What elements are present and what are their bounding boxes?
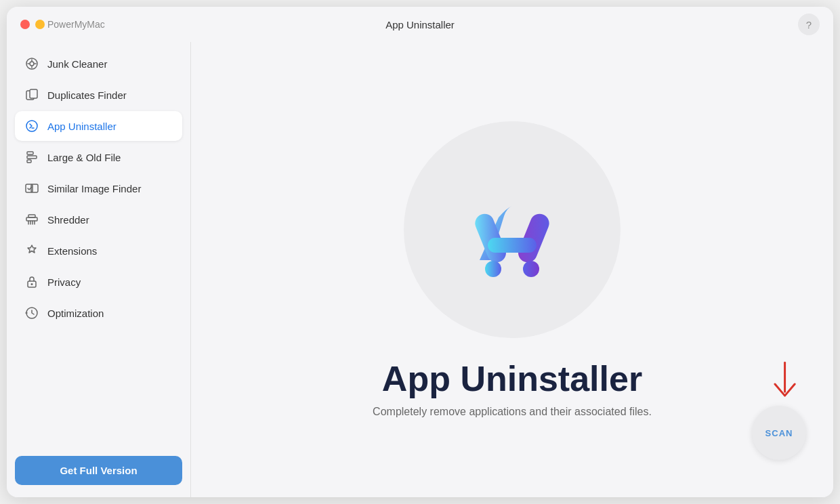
sidebar-item-app-uninstaller[interactable]: App Uninstaller [15, 111, 182, 141]
sidebar-item-similar-image-finder[interactable]: Similar Image Finder [15, 173, 182, 203]
sidebar-item-privacy[interactable]: Privacy [15, 267, 182, 297]
sidebar-item-optimization[interactable]: Optimization [15, 298, 182, 328]
content-title: App Uninstaller [382, 358, 642, 399]
svg-point-12 [31, 283, 33, 285]
privacy-icon [24, 274, 39, 289]
app-icon-circle [404, 121, 621, 338]
sidebar-item-shredder[interactable]: Shredder [15, 205, 182, 234]
svg-rect-4 [27, 152, 33, 154]
svg-point-18 [485, 261, 501, 277]
shredder-label: Shredder [47, 214, 89, 226]
content-subtitle: Completely remove applications and their… [373, 406, 652, 418]
sidebar-item-duplicates-finder[interactable]: Duplicates Finder [15, 80, 182, 110]
duplicates-finder-label: Duplicates Finder [47, 89, 127, 101]
extensions-icon [24, 243, 39, 258]
app-window: PowerMyMac App Uninstaller ? Junk Cleane… [7, 7, 833, 497]
app-uninstaller-icon-large [444, 162, 580, 297]
optimization-icon [24, 306, 39, 320]
shredder-icon [24, 212, 39, 227]
optimization-label: Optimization [47, 308, 104, 319]
arrow-container [762, 360, 796, 400]
sidebar-item-large-old-file[interactable]: Large & Old File [15, 142, 182, 172]
large-old-file-label: Large & Old File [47, 152, 121, 163]
svg-rect-2 [30, 89, 37, 98]
title-bar: PowerMyMac App Uninstaller ? [7, 7, 833, 42]
junk-cleaner-icon [24, 56, 39, 71]
duplicates-finder-icon [24, 87, 39, 102]
minimize-button[interactable] [35, 20, 45, 29]
app-uninstaller-label: App Uninstaller [47, 121, 117, 132]
similar-image-finder-icon [24, 181, 39, 196]
sidebar-item-extensions[interactable]: Extensions [15, 236, 182, 266]
sidebar-item-junk-cleaner[interactable]: Junk Cleaner [15, 49, 182, 79]
app-name-label: PowerMyMac [47, 19, 105, 30]
content-area: App Uninstaller Completely remove applic… [191, 42, 833, 497]
app-uninstaller-icon [24, 119, 39, 133]
svg-rect-6 [27, 160, 31, 163]
svg-point-19 [523, 261, 539, 277]
extensions-label: Extensions [47, 245, 97, 257]
large-old-file-icon [24, 150, 39, 165]
scan-button-label: SCAN [765, 428, 793, 438]
scan-area: SCAN [752, 360, 806, 460]
svg-rect-5 [27, 156, 37, 159]
svg-rect-10 [28, 215, 35, 217]
help-button[interactable]: ? [798, 14, 820, 35]
scan-arrow-icon [762, 360, 796, 400]
sidebar: Junk Cleaner Duplicates Finder [7, 42, 191, 497]
junk-cleaner-label: Junk Cleaner [47, 58, 107, 70]
similar-image-finder-label: Similar Image Finder [47, 183, 141, 194]
privacy-label: Privacy [47, 276, 81, 288]
scan-button[interactable]: SCAN [752, 406, 806, 460]
svg-rect-17 [488, 238, 537, 253]
get-full-version-button[interactable]: Get Full Version [15, 456, 182, 485]
window-title: App Uninstaller [385, 19, 455, 30]
main-layout: Junk Cleaner Duplicates Finder [7, 42, 833, 497]
window-controls [20, 20, 45, 29]
close-button[interactable] [20, 20, 30, 29]
